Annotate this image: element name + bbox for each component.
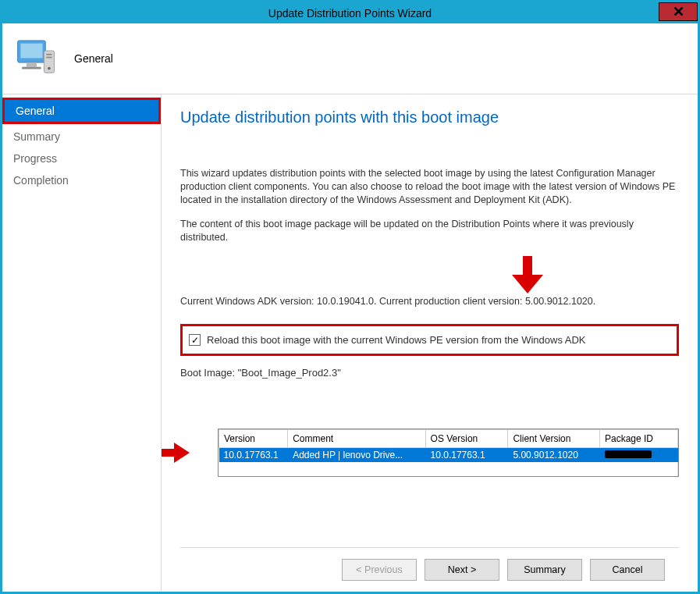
page-title: Update distribution points with this boo… — [180, 108, 679, 126]
cancel-button[interactable]: Cancel — [590, 559, 665, 581]
description-paragraph-1: This wizard updates distribution points … — [180, 167, 679, 207]
next-button[interactable]: Next > — [425, 559, 499, 581]
close-icon: ✕ — [673, 3, 684, 20]
previous-button[interactable]: < Previous — [342, 559, 417, 581]
main-panel: Update distribution points with this boo… — [162, 94, 698, 592]
table-row[interactable]: 10.0.17763.1 Added HP | lenovo Drive... … — [219, 448, 678, 463]
redacted-icon — [605, 450, 652, 458]
sidebar-item-progress[interactable]: Progress — [2, 148, 161, 169]
wizard-footer: < Previous Next > Summary Cancel — [180, 547, 679, 592]
cell-comment: Added HP | lenovo Drive... — [288, 448, 425, 463]
wizard-window: Update Distribution Points Wizard ✕ Gene… — [0, 0, 700, 594]
cell-version: 10.0.17763.1 — [219, 448, 288, 463]
wizard-body: General Summary Progress Completion Upda… — [2, 94, 698, 592]
reload-checkbox-label: Reload this boot image with the current … — [207, 334, 586, 346]
sidebar-item-summary[interactable]: Summary — [2, 126, 161, 148]
wizard-steps-sidebar: General Summary Progress Completion — [2, 94, 162, 592]
svg-rect-1 — [20, 43, 42, 58]
sidebar-item-completion[interactable]: Completion — [2, 169, 161, 191]
window-title: Update Distribution Points Wizard — [268, 7, 432, 20]
reload-checkbox[interactable]: ✓ — [189, 334, 201, 346]
boot-image-label: Boot Image: "Boot_Image_Prod2.3" — [180, 367, 679, 379]
summary-button[interactable]: Summary — [507, 559, 582, 581]
computer-icon — [13, 36, 60, 82]
wizard-header: General — [2, 23, 698, 94]
sidebar-item-general[interactable]: General — [5, 100, 158, 122]
title-bar: Update Distribution Points Wizard ✕ — [2, 2, 698, 23]
description-paragraph-2: The content of this boot image package w… — [180, 218, 679, 244]
checkmark-icon: ✓ — [191, 335, 199, 346]
svg-rect-2 — [27, 62, 37, 67]
svg-point-7 — [48, 66, 51, 69]
cell-client-version: 5.00.9012.1020 — [508, 448, 600, 463]
col-os-version[interactable]: OS Version — [425, 430, 508, 448]
col-comment[interactable]: Comment — [288, 430, 425, 448]
table-region: Version Comment OS Version Client Versio… — [180, 429, 679, 477]
boot-image-table: Version Comment OS Version Client Versio… — [218, 429, 679, 477]
cell-package-id — [600, 448, 678, 463]
header-page-title: General — [74, 52, 113, 65]
close-button[interactable]: ✕ — [659, 2, 698, 21]
cell-os-version: 10.0.17763.1 — [425, 448, 508, 463]
annotation-red-box-sidebar: General — [2, 98, 161, 124]
svg-rect-6 — [46, 56, 52, 58]
version-info-line: Current Windows ADK version: 10.0.19041.… — [180, 295, 679, 308]
svg-rect-3 — [22, 66, 41, 69]
annotation-red-box-checkbox: ✓ Reload this boot image with the curren… — [180, 324, 679, 356]
annotation-arrow-right — [162, 443, 190, 463]
col-version[interactable]: Version — [219, 430, 288, 448]
col-client-version[interactable]: Client Version — [508, 430, 600, 448]
col-package-id[interactable]: Package ID — [600, 430, 678, 448]
svg-rect-5 — [46, 53, 52, 55]
annotation-arrow-down — [375, 256, 679, 293]
